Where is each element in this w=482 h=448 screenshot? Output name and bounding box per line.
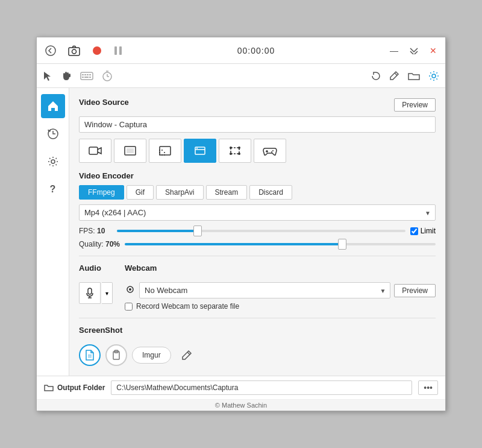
content-area: Video Source Preview bbox=[69, 88, 445, 376]
video-preview-button[interactable]: Preview bbox=[394, 98, 436, 112]
help-icon-text: ? bbox=[50, 184, 56, 195]
output-path-input[interactable] bbox=[111, 380, 412, 395]
fps-slider-fill bbox=[117, 230, 198, 232]
record-button[interactable] bbox=[90, 45, 104, 57]
sidebar-item-history[interactable] bbox=[41, 122, 65, 146]
keyboard-icon[interactable] bbox=[80, 71, 93, 81]
pause-button[interactable] bbox=[111, 45, 125, 57]
svg-rect-6 bbox=[65, 72, 67, 77]
video-source-header: Video Source Preview bbox=[79, 98, 436, 112]
svg-point-46 bbox=[129, 288, 131, 291]
footer: Output Folder ••• bbox=[37, 376, 445, 399]
limit-check: Limit bbox=[410, 227, 436, 235]
main-layout: ? Video Source Preview bbox=[37, 88, 445, 376]
tab-sharpavi[interactable]: SharpAvi bbox=[156, 185, 203, 200]
limit-checkbox[interactable] bbox=[410, 227, 418, 235]
codec-select[interactable]: Mp4 (x264 | AAC) bbox=[79, 204, 436, 221]
source-webcam-button[interactable] bbox=[79, 139, 111, 163]
svg-rect-11 bbox=[82, 74, 84, 75]
fps-label: FPS: 10 bbox=[79, 227, 112, 235]
svg-point-34 bbox=[230, 147, 232, 149]
sidebar: ? bbox=[37, 88, 69, 376]
hand-icon[interactable] bbox=[61, 71, 72, 81]
webcam-icon bbox=[125, 285, 136, 296]
tab-gif[interactable]: Gif bbox=[127, 185, 154, 200]
divider-2 bbox=[79, 318, 436, 318]
collapse-button[interactable] bbox=[407, 46, 421, 55]
microphone-button[interactable] bbox=[79, 282, 101, 304]
video-source-input[interactable] bbox=[79, 116, 436, 133]
titlebar: 00:00:00 — ✕ bbox=[37, 37, 445, 64]
svg-point-41 bbox=[271, 151, 272, 153]
quality-row: Quality: 70% bbox=[79, 240, 436, 248]
tab-ffmpeg[interactable]: FFmpeg bbox=[79, 185, 124, 200]
divider-1 bbox=[79, 256, 436, 256]
gear-icon[interactable] bbox=[428, 71, 439, 81]
webcam-select[interactable]: No Webcam bbox=[139, 282, 390, 298]
timer-text: 00:00:00 bbox=[237, 46, 275, 55]
tab-discard[interactable]: Discard bbox=[249, 185, 292, 200]
toolbar-left bbox=[43, 71, 113, 81]
source-icon-row bbox=[79, 139, 436, 163]
svg-rect-29 bbox=[160, 147, 171, 155]
screenshot-buttons: Imgur bbox=[79, 344, 436, 366]
fps-row: FPS: 10 Limit bbox=[79, 227, 436, 235]
svg-rect-5 bbox=[119, 46, 122, 55]
minimize-button[interactable]: — bbox=[387, 45, 401, 57]
screenshot-label: ScreenShot bbox=[79, 326, 436, 335]
svg-point-40 bbox=[272, 150, 274, 151]
source-fullscreen-button[interactable] bbox=[114, 139, 146, 163]
output-folder-label: Output Folder bbox=[57, 383, 105, 392]
audio-label: Audio bbox=[79, 263, 113, 273]
svg-point-37 bbox=[238, 153, 240, 155]
fps-slider-thumb[interactable] bbox=[193, 226, 202, 236]
webcam-label: Webcam bbox=[125, 263, 436, 273]
encoder-tabs: FFmpeg Gif SharpAvi Stream Discard bbox=[79, 185, 436, 200]
svg-rect-15 bbox=[82, 77, 84, 78]
webcam-record-checkbox[interactable] bbox=[125, 303, 133, 311]
close-button[interactable]: ✕ bbox=[427, 45, 439, 57]
sidebar-item-settings[interactable] bbox=[41, 150, 65, 174]
svg-rect-10 bbox=[81, 72, 93, 80]
sidebar-item-help[interactable]: ? bbox=[41, 177, 65, 201]
source-window-button[interactable] bbox=[184, 139, 216, 163]
screenshot-pen-button[interactable] bbox=[176, 344, 198, 366]
source-gamepad-button[interactable] bbox=[254, 139, 286, 163]
svg-rect-17 bbox=[89, 77, 91, 78]
svg-point-25 bbox=[51, 160, 55, 163]
fps-slider-track[interactable] bbox=[117, 230, 405, 232]
back-button[interactable] bbox=[43, 44, 58, 57]
svg-rect-7 bbox=[63, 73, 65, 77]
webcam-section: Webcam No Webcam Preview bbox=[125, 263, 436, 311]
webcam-preview-button[interactable]: Preview bbox=[394, 284, 436, 297]
folder-icon[interactable] bbox=[408, 71, 420, 81]
svg-point-0 bbox=[46, 46, 55, 55]
video-source-label: Video Source bbox=[79, 98, 129, 107]
camera-button[interactable] bbox=[66, 44, 83, 57]
cursor-icon[interactable] bbox=[43, 71, 52, 81]
imgur-button[interactable]: Imgur bbox=[132, 347, 171, 364]
codec-row: Mp4 (x264 | AAC) bbox=[79, 204, 436, 221]
tab-stream[interactable]: Stream bbox=[206, 185, 248, 200]
sidebar-item-home[interactable] bbox=[41, 94, 65, 118]
quality-slider-thumb[interactable] bbox=[338, 239, 346, 250]
footer-more-button[interactable]: ••• bbox=[418, 380, 438, 395]
source-screen-button[interactable] bbox=[149, 139, 181, 163]
audio-dropdown-button[interactable]: ▾ bbox=[102, 282, 113, 304]
svg-rect-14 bbox=[89, 74, 91, 75]
svg-rect-26 bbox=[89, 147, 98, 154]
timer-icon[interactable] bbox=[102, 71, 113, 81]
webcam-select-wrapper: No Webcam bbox=[139, 282, 390, 298]
quality-slider-track[interactable] bbox=[125, 243, 436, 245]
svg-point-35 bbox=[238, 147, 240, 149]
svg-line-22 bbox=[395, 73, 397, 75]
pen-icon[interactable] bbox=[390, 71, 399, 81]
audio-section: Audio ▾ bbox=[79, 263, 113, 311]
screenshot-file-button[interactable] bbox=[79, 344, 101, 366]
refresh-icon[interactable] bbox=[371, 71, 381, 81]
screenshot-clipboard-button[interactable] bbox=[105, 344, 127, 366]
toolbar-right bbox=[371, 71, 439, 81]
svg-rect-1 bbox=[69, 48, 80, 55]
timer-display: 00:00:00 bbox=[131, 46, 381, 55]
source-region-button[interactable] bbox=[219, 139, 251, 163]
